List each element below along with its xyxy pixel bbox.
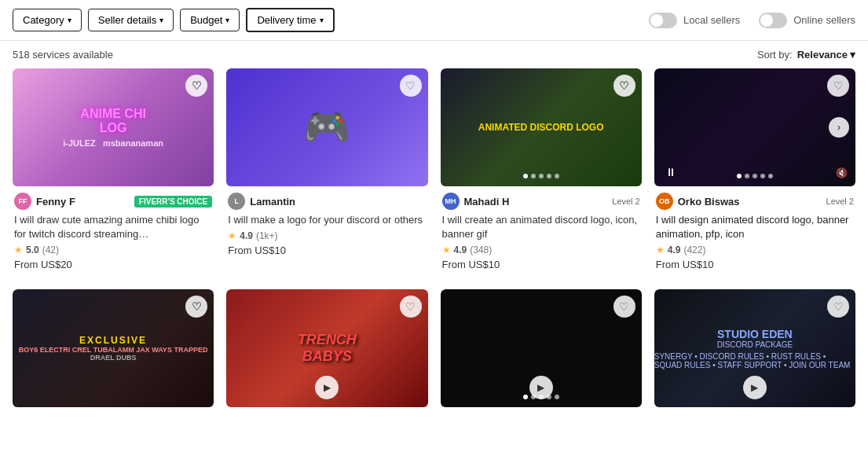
card-4-title[interactable]: I will design animated discord logo, ban… xyxy=(656,213,854,241)
sort-value-text: Relevance xyxy=(797,49,848,61)
sort-area: Sort by: Relevance ▾ xyxy=(757,49,855,61)
sort-label: Sort by: xyxy=(757,49,793,61)
card-4-dots xyxy=(737,174,773,178)
card-4-avatar: OB xyxy=(656,193,673,210)
card-4-title-link[interactable]: I will design animated discord logo, ban… xyxy=(656,214,849,240)
card-4-rating: ★ 4.9 (422) xyxy=(656,244,854,255)
eden-title: STUDIO EDEN xyxy=(717,328,793,340)
sort-dropdown[interactable]: Relevance ▾ xyxy=(797,49,855,61)
dot-d xyxy=(760,174,765,178)
delivery-time-chevron: ▾ xyxy=(320,16,324,24)
card-2-price: From US$10 xyxy=(228,244,426,256)
filters-bar: Category ▾ Seller details ▾ Budget ▾ Del… xyxy=(0,0,868,41)
d3 xyxy=(539,395,544,399)
dot-4 xyxy=(547,174,551,178)
local-sellers-toggle[interactable] xyxy=(649,13,677,28)
card-1-rating-count: (42) xyxy=(42,244,59,255)
card-3-badge: Level 2 xyxy=(612,197,639,206)
card-2-star: ★ xyxy=(228,230,236,241)
local-sellers-knob xyxy=(650,14,663,27)
card-3-rating: ★ 4.9 (348) xyxy=(442,244,640,255)
card-3-heart[interactable]: ♡ xyxy=(613,75,635,97)
card-2-heart[interactable]: ♡ xyxy=(400,75,422,97)
budget-filter[interactable]: Budget ▾ xyxy=(180,9,240,31)
card-8-heart[interactable]: ♡ xyxy=(827,296,849,318)
controller-icon: 🎮 xyxy=(303,105,350,149)
delivery-time-filter[interactable]: Delivery time ▾ xyxy=(246,8,334,32)
dot-a xyxy=(737,174,742,178)
card-8-info xyxy=(654,407,855,420)
card-1-image: ANIME CHILOG i-JULEZ msbananaman ♡ xyxy=(13,68,214,186)
category-filter[interactable]: Category ▾ xyxy=(13,9,82,31)
online-sellers-toggle[interactable] xyxy=(759,13,787,28)
card-2-seller-row: L Lamantin xyxy=(228,193,426,210)
budget-chevron: ▾ xyxy=(225,16,229,24)
online-sellers-label: Online sellers xyxy=(793,14,855,26)
card-1-badge: FIVERR'S CHOICE xyxy=(134,196,212,208)
card-3-avatar: MH xyxy=(442,193,460,210)
card-2: 🎮 ♡ L Lamantin I will make a logo for yo… xyxy=(226,68,427,277)
dot-3 xyxy=(539,174,544,178)
card-4-seller-name: Orko Biswas xyxy=(678,196,740,208)
local-sellers-label: Local sellers xyxy=(683,14,740,26)
card-5-image: EXCLUSIVE BOY6 ELECTRI CREL TUBALAMM JAX… xyxy=(13,289,214,407)
card-4-seller-row: OB Orko Biswas Level 2 xyxy=(656,193,854,210)
delivery-time-label: Delivery time xyxy=(257,14,316,26)
card-1-star: ★ xyxy=(14,244,23,255)
cards-grid: ANIME CHILOG i-JULEZ msbananaman ♡ FF Fe… xyxy=(0,68,868,432)
exclusive-bottom: DRAEL DUBS xyxy=(90,354,137,362)
local-sellers-toggle-group: Local sellers xyxy=(649,13,740,28)
card-1-seller-name: Fenny F xyxy=(36,196,75,208)
card-2-seller-left: L Lamantin xyxy=(228,193,295,210)
services-count: 518 services available xyxy=(13,49,113,61)
card-6-play[interactable]: ▶ xyxy=(315,376,339,399)
eden-items: SYNERGY • DISCORD RULES • RUST RULES • S… xyxy=(654,352,855,369)
card-1-title[interactable]: I will draw cute amazing anime chibi log… xyxy=(14,213,212,241)
card-8-play[interactable]: ▶ xyxy=(743,376,767,399)
card-1-heart[interactable]: ♡ xyxy=(185,75,207,97)
card-2-rating-val: 4.9 xyxy=(240,230,253,241)
card-3-rating-val: 4.9 xyxy=(454,244,467,255)
card-7-info xyxy=(441,407,642,420)
card-7: ▶ ♡ xyxy=(441,289,642,420)
category-chevron: ▾ xyxy=(68,16,71,24)
card-2-rating: ★ 4.9 (1k+) xyxy=(228,230,426,241)
exclusive-inner: EXCLUSIVE BOY6 ELECTRI CREL TUBALAMM JAX… xyxy=(19,289,208,407)
dot-e xyxy=(768,174,773,178)
card-4-mute[interactable]: 🔇 xyxy=(836,167,848,178)
card-4: ⏸ 🔇 › ♡ OB Orko Biswas Level 2 I will xyxy=(654,68,855,277)
services-bar: 518 services available Sort by: Relevanc… xyxy=(0,41,868,68)
dot-5 xyxy=(555,174,559,178)
eden-sub: DISCORD PACKAGE xyxy=(717,340,793,349)
card-4-pause[interactable]: ⏸ xyxy=(665,166,676,178)
card-4-info: OB Orko Biswas Level 2 I will design ani… xyxy=(654,186,855,277)
card-2-image: 🎮 ♡ xyxy=(226,68,427,186)
card-1-rating-val: 5.0 xyxy=(26,244,39,255)
card-2-title[interactable]: I will make a logo for your discord or o… xyxy=(228,213,426,227)
sort-chevron: ▾ xyxy=(850,49,855,61)
seller-details-chevron: ▾ xyxy=(159,16,163,24)
card-6-heart[interactable]: ♡ xyxy=(400,296,422,318)
card-3-title[interactable]: I will create an animated discord logo, … xyxy=(442,213,640,241)
card-7-image: ▶ ♡ xyxy=(441,289,642,407)
card-3-star: ★ xyxy=(442,244,451,255)
dot-1 xyxy=(523,174,528,178)
card-6-info xyxy=(226,407,427,420)
card-4-heart[interactable]: ♡ xyxy=(827,75,849,97)
card-6: TRENCHBABYS ▶ ♡ xyxy=(226,289,427,420)
card-1-seller-left: FF Fenny F xyxy=(14,193,75,210)
card-1-avatar: FF xyxy=(14,193,31,210)
card-4-next[interactable]: › xyxy=(829,117,849,138)
card-4-badge: Level 2 xyxy=(826,197,854,206)
seller-details-filter[interactable]: Seller details ▾ xyxy=(88,9,174,31)
card-7-heart[interactable]: ♡ xyxy=(613,296,635,318)
card-4-image: ⏸ 🔇 › ♡ xyxy=(654,68,855,186)
card-3-price: From US$10 xyxy=(442,259,640,270)
d4 xyxy=(547,395,551,399)
budget-label: Budget xyxy=(190,14,222,26)
seller-details-label: Seller details xyxy=(98,14,156,26)
card-4-seller-left: OB Orko Biswas xyxy=(656,193,740,210)
card-1-seller-row: FF Fenny F FIVERR'S CHOICE xyxy=(14,193,212,210)
category-label: Category xyxy=(23,14,64,26)
exclusive-sub: BOY6 ELECTRI CREL TUBALAMM JAX WAYS TRAP… xyxy=(19,346,208,354)
